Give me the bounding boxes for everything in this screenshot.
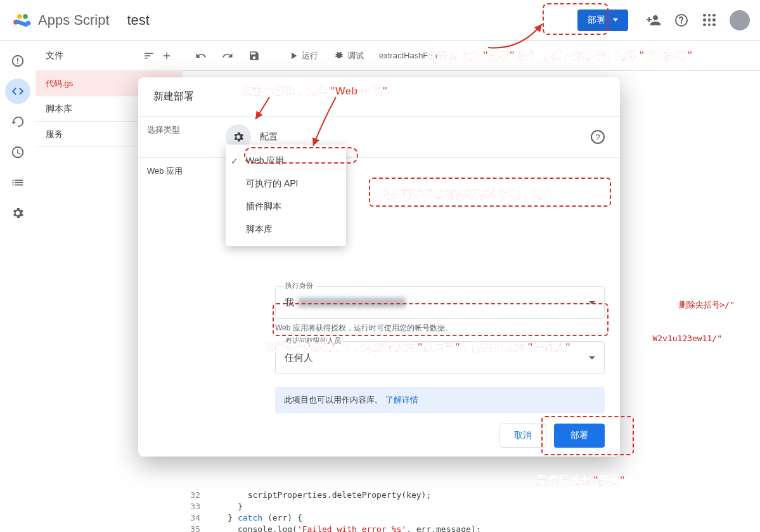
rail-logs[interactable] (5, 170, 30, 195)
rail-settings[interactable] (5, 200, 30, 226)
files-header: 文件 (35, 41, 183, 71)
config-label: 配置 (260, 131, 278, 143)
help-icon[interactable]: ? (591, 130, 605, 144)
dd-item-api[interactable]: 可执行的 API (226, 172, 346, 195)
svg-point-1 (17, 14, 22, 19)
logo: Apps Script (10, 9, 110, 32)
code-fragment-2: W2v1u123ew11/" (652, 334, 722, 343)
dd-item-library[interactable]: 脚本库 (226, 218, 346, 241)
debug-button[interactable]: 调试 (328, 46, 369, 65)
svg-point-2 (23, 14, 28, 19)
add-user-icon[interactable] (646, 13, 661, 28)
services-label: 服务 (46, 129, 63, 140)
dd-item-addon[interactable]: 插件脚本 (226, 195, 346, 218)
caret-down-icon (589, 356, 595, 360)
nav-rail (0, 41, 35, 532)
project-title[interactable]: test (127, 12, 150, 29)
rail-overview[interactable] (5, 48, 30, 74)
content-library-banner: 此项目也可以用作内容库。 了解详情 (275, 387, 605, 413)
libraries-label: 脚本库 (46, 103, 72, 115)
exec-as-value: 我 (285, 297, 294, 309)
redo-button[interactable] (217, 46, 238, 65)
deploy-button-label: 部署 (588, 15, 605, 26)
access-label: 有访问权限的人员 (283, 336, 344, 346)
add-file-icon[interactable] (161, 50, 172, 62)
access-value: 任何人 (285, 352, 313, 364)
modal-actions: 取消 部署 (138, 413, 620, 458)
apps-grid-icon[interactable] (702, 13, 717, 28)
sort-icon[interactable] (143, 50, 155, 62)
run-button[interactable]: 运行 (283, 46, 323, 65)
rail-editor[interactable] (5, 79, 30, 104)
rail-executions[interactable] (5, 139, 30, 165)
code-fragment-1: 删除尖括号>/" (679, 299, 735, 311)
exec-hint: Web 应用将获得授权，运行时可使用您的帐号数据。 (275, 323, 605, 334)
blurred-email (298, 297, 406, 308)
cancel-button[interactable]: 取消 (499, 424, 546, 448)
avatar[interactable] (730, 10, 750, 30)
function-selector[interactable]: extractHashFrom (374, 47, 448, 64)
save-button[interactable] (243, 46, 265, 65)
new-deploy-modal: 新建部署 选择类型 配置 ? Web 应用 可执行的 API 插件脚本 脚本库 … (138, 77, 620, 457)
select-type-label: 选择类型 (138, 117, 226, 157)
rail-triggers[interactable] (5, 109, 30, 134)
deploy-form: 执行身份 我 Web 应用将获得授权，运行时可使用您的帐号数据。 有访问权限的人… (138, 286, 620, 413)
gear-icon (232, 131, 245, 143)
undo-button[interactable] (190, 46, 212, 65)
files-header-label: 文件 (46, 50, 63, 62)
dd-item-web-app[interactable]: Web 应用 (226, 150, 346, 172)
learn-more-link[interactable]: 了解详情 (385, 395, 418, 405)
app-header: Apps Script test 部署 (0, 0, 760, 41)
exec-as-label: 执行身份 (283, 281, 316, 290)
svg-rect-4 (15, 19, 29, 27)
deploy-submit-button[interactable]: 部署 (554, 424, 605, 448)
modal-title: 新建部署 (138, 77, 620, 116)
banner-text: 此项目也可以用作内容库。 (284, 395, 383, 405)
editor-toolbar: 运行 调试 extractHashFrom (183, 41, 760, 71)
apps-script-logo-icon (10, 9, 33, 32)
exec-as-select[interactable]: 我 (275, 286, 605, 319)
type-dropdown: Web 应用 可执行的 API 插件脚本 脚本库 (226, 145, 346, 246)
caret-down-icon (589, 301, 595, 304)
help-icon[interactable] (674, 13, 689, 28)
deploy-button[interactable]: 部署 (577, 10, 628, 31)
brand-name: Apps Script (38, 12, 110, 29)
selected-type-row[interactable]: Web 应用 (138, 158, 226, 185)
caret-down-icon (613, 18, 618, 22)
access-select[interactable]: 任何人 (275, 341, 605, 374)
